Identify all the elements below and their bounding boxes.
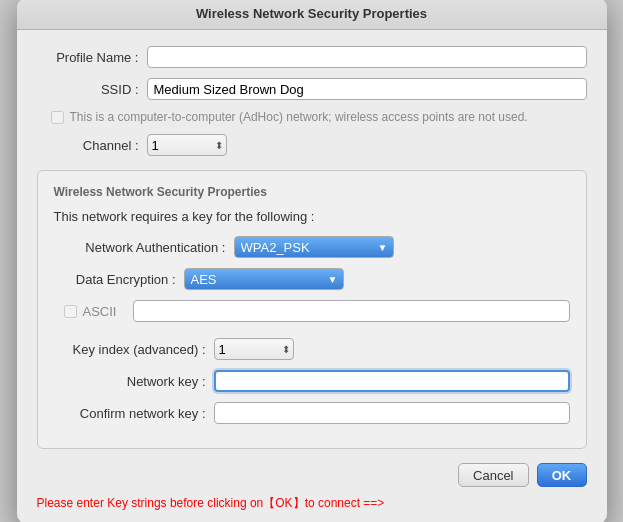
- auth-label: Network Authentication :: [54, 240, 234, 255]
- channel-row: Channel : 1234 5678 91011 ⬍: [37, 134, 587, 156]
- profile-name-input[interactable]: [147, 46, 587, 68]
- ssid-row: SSID :: [37, 78, 587, 100]
- auth-select-wrapper: OpenSharedWPA WPA-PSKWPA2WPA2_PSK ▼: [234, 236, 394, 258]
- confirm-key-label: Confirm network key :: [54, 406, 214, 421]
- title-bar: Wireless Network Security Properties: [17, 0, 607, 30]
- adhoc-checkbox[interactable]: [51, 111, 64, 124]
- encrypt-select[interactable]: NoneWEPTKIPAES: [184, 268, 344, 290]
- ok-button[interactable]: OK: [537, 463, 587, 487]
- cancel-button[interactable]: Cancel: [458, 463, 528, 487]
- key-index-stepper-wrapper: 1234 ⬍: [214, 338, 294, 360]
- confirm-key-row: Confirm network key :: [54, 402, 570, 424]
- profile-name-row: Profile Name :: [37, 46, 587, 68]
- security-section-title: Wireless Network Security Properties: [54, 185, 570, 199]
- key-index-label: Key index (advanced) :: [54, 342, 214, 357]
- ssid-label: SSID :: [37, 82, 147, 97]
- auth-select[interactable]: OpenSharedWPA WPA-PSKWPA2WPA2_PSK: [234, 236, 394, 258]
- warning-text: Please enter Key strings before clicking…: [37, 495, 587, 512]
- adhoc-label: This is a computer-to-computer (AdHoc) n…: [70, 110, 528, 124]
- auth-row: Network Authentication : OpenSharedWPA W…: [54, 236, 570, 258]
- adhoc-row: This is a computer-to-computer (AdHoc) n…: [37, 110, 587, 124]
- encrypt-select-wrapper: NoneWEPTKIPAES ▼: [184, 268, 344, 290]
- channel-select[interactable]: 1234 5678 91011: [147, 134, 227, 156]
- ascii-row: ASCII: [54, 300, 570, 322]
- security-section: Wireless Network Security Properties Thi…: [37, 170, 587, 449]
- security-note: This network requires a key for the foll…: [54, 209, 570, 224]
- network-key-row: Network key :: [54, 370, 570, 392]
- ascii-checkbox[interactable]: [64, 305, 77, 318]
- dialog-container: Wireless Network Security Properties Pro…: [17, 0, 607, 522]
- channel-label: Channel :: [37, 138, 147, 153]
- encrypt-label: Data Encryption :: [54, 272, 184, 287]
- network-key-label: Network key :: [54, 374, 214, 389]
- dialog-body: Profile Name : SSID : This is a computer…: [17, 30, 607, 522]
- ascii-label: ASCII: [83, 304, 133, 319]
- ascii-input[interactable]: [133, 300, 570, 322]
- dialog-title: Wireless Network Security Properties: [196, 6, 427, 21]
- key-index-select[interactable]: 1234: [214, 338, 294, 360]
- network-key-input[interactable]: [214, 370, 570, 392]
- key-index-row: Key index (advanced) : 1234 ⬍: [54, 338, 570, 360]
- encrypt-row: Data Encryption : NoneWEPTKIPAES ▼: [54, 268, 570, 290]
- confirm-key-input[interactable]: [214, 402, 570, 424]
- button-row: Cancel OK: [37, 463, 587, 487]
- channel-stepper-wrapper: 1234 5678 91011 ⬍: [147, 134, 227, 156]
- ssid-input[interactable]: [147, 78, 587, 100]
- profile-name-label: Profile Name :: [37, 50, 147, 65]
